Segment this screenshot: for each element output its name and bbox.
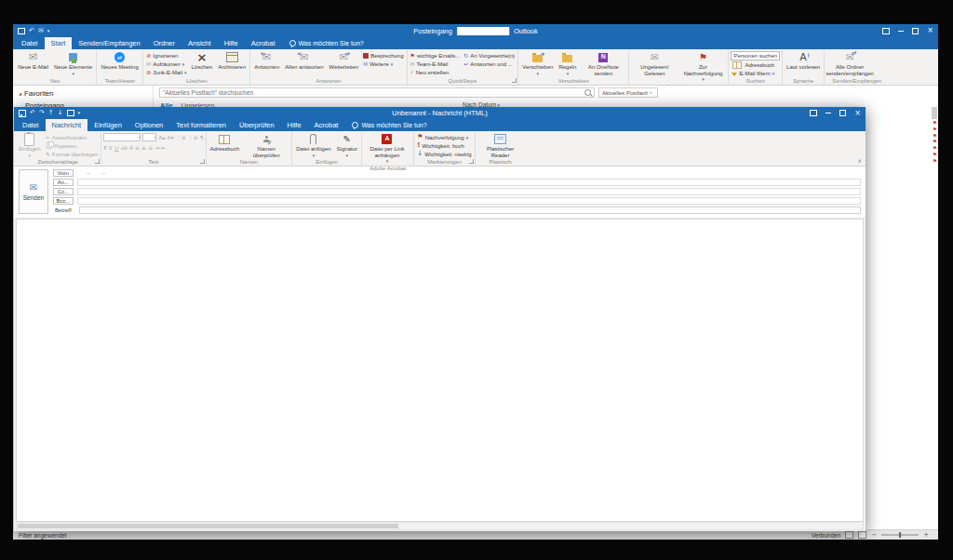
message-body[interactable] (16, 219, 864, 522)
reply-button[interactable]: ← Antworten (252, 50, 281, 77)
minimize-icon[interactable] (825, 113, 831, 113)
tellme-box[interactable]: Was möchten Sie tun? (344, 119, 434, 131)
new-items-button[interactable]: Neue Elemente (52, 50, 94, 77)
delete-button[interactable]: Löschen (190, 50, 215, 77)
tab-datei[interactable]: Datei (15, 37, 45, 49)
undo-icon[interactable] (29, 28, 34, 34)
low-importance-button[interactable]: Wichtigkeit: niedrig (416, 150, 472, 158)
tab-datei[interactable]: Datei (16, 119, 46, 131)
close-icon[interactable]: × (854, 110, 861, 117)
meeting-button[interactable]: Besprechung (362, 51, 404, 60)
reading-view-icon[interactable] (858, 531, 866, 539)
to-input[interactable] (77, 179, 861, 186)
zoom-slider[interactable] (881, 534, 919, 536)
quickstep-item[interactable]: Team-E-Mail (409, 60, 462, 68)
find-people-box[interactable]: Personen suchen (731, 51, 780, 60)
zoom-in-icon[interactable]: + (923, 532, 929, 539)
styles-icon[interactable]: ¶ (200, 134, 204, 141)
tab-hilfe[interactable]: Hilfe (281, 119, 308, 131)
underline-button[interactable]: U (114, 144, 118, 152)
indent-icon[interactable]: ⇥ (154, 144, 159, 152)
subject-input[interactable] (79, 207, 861, 214)
tellme-box[interactable]: Was möchten Sie tun? (282, 37, 371, 49)
move-button[interactable]: ➜ Verschieben (520, 50, 555, 77)
bold-button[interactable]: F (103, 144, 107, 152)
follow-up-button[interactable]: Zur Nachverfolgung (679, 50, 726, 83)
zoom-out-icon[interactable]: − (871, 532, 877, 539)
follow-up-button[interactable]: Nachverfolgung (416, 133, 472, 141)
undo-icon[interactable] (30, 110, 35, 116)
search-scope-dropdown[interactable]: Aktuelles Postfach ▾ (598, 87, 658, 98)
send-receive-all-button[interactable]: ⇄ Alle Ordner senden/empfangen (826, 50, 873, 77)
to-button[interactable]: An... (53, 179, 74, 186)
format-painter-button[interactable]: Format übertragen (45, 150, 100, 158)
number-list-icon[interactable]: ⋮≡ (188, 134, 198, 141)
ribbon-options-icon[interactable] (882, 28, 890, 34)
paste-button[interactable]: Einfügen (17, 132, 43, 158)
onenote-button[interactable]: An OneNote senden (580, 50, 626, 77)
new-email-button[interactable]: ✦ Neue E-Mail (16, 50, 50, 77)
font-color-icon[interactable]: A (129, 144, 133, 152)
junk-button[interactable]: Junk-E-Mail (145, 68, 187, 76)
align-right-icon[interactable]: ≡ (148, 144, 153, 152)
bullet-list-icon[interactable]: ⋮≡ (176, 134, 186, 141)
address-book-button[interactable]: Adressbuch (208, 132, 242, 158)
cleanup-button[interactable]: Aufräumen (145, 60, 187, 68)
rules-button[interactable]: Regeln (557, 50, 578, 77)
redo-icon[interactable] (39, 110, 45, 116)
ignore-button[interactable]: Ignorieren (145, 51, 187, 60)
send-button[interactable]: Senden (19, 169, 48, 214)
favorites-header[interactable]: Favoriten (13, 87, 153, 100)
align-center-icon[interactable]: ≡ (141, 144, 146, 152)
align-left-icon[interactable]: ≡ (135, 144, 140, 152)
reply-all-button[interactable]: « Allen antworten (283, 50, 325, 77)
dialog-launcher-icon[interactable] (95, 159, 100, 164)
flag-icon[interactable] (933, 153, 937, 158)
cc-input[interactable] (77, 188, 861, 195)
archive-button[interactable]: Archivieren (216, 50, 248, 77)
flag-icon[interactable] (933, 159, 937, 165)
zoom-slider-thumb[interactable] (899, 532, 901, 538)
tab-nachricht[interactable]: Nachricht (46, 119, 88, 131)
search-input[interactable] (163, 89, 582, 96)
flag-icon[interactable] (933, 121, 937, 127)
flag-icon[interactable] (933, 127, 937, 133)
attach-file-button[interactable]: Datei anfügen (294, 132, 332, 158)
grow-font-icon[interactable]: A▴ (158, 134, 165, 141)
scrollbar-thumb[interactable] (18, 524, 398, 528)
dialog-launcher-icon[interactable] (200, 159, 205, 164)
immersive-reader-button[interactable]: Plastischer Reader (477, 132, 524, 158)
bcc-button[interactable]: Bcc... (53, 197, 74, 205)
filter-email-button[interactable]: E-Mail filtern (731, 69, 780, 77)
from-button[interactable]: Von (53, 169, 74, 177)
maximize-icon[interactable] (912, 28, 919, 34)
collapse-ribbon-icon[interactable] (858, 158, 862, 164)
attach-via-link-button[interactable]: Datei per Link anhängen (364, 132, 410, 165)
highlight-icon[interactable]: ab (120, 144, 128, 152)
copy-button[interactable]: Kopieren (45, 141, 100, 150)
tab-optionen[interactable]: Optionen (128, 119, 169, 131)
new-meeting-button[interactable]: Neues Meeting (99, 50, 140, 77)
signature-button[interactable]: Signatur (335, 132, 359, 158)
tab-senden-empfangen[interactable]: Senden/Empfangen (72, 37, 146, 49)
cut-button[interactable]: Ausschneiden (45, 133, 100, 141)
save-icon[interactable] (19, 110, 26, 117)
normal-view-icon[interactable] (845, 531, 853, 539)
tab-start[interactable]: Start (45, 37, 73, 49)
previous-item-icon[interactable] (48, 110, 54, 116)
quickstep-item[interactable]: ↻An Vorgesetzte(n) (463, 51, 516, 60)
tab-text-formatieren[interactable]: Text formatieren (169, 119, 233, 131)
check-names-button[interactable]: ✓ Namen überprüfen (243, 132, 289, 158)
outlook-app-icon[interactable] (18, 28, 25, 34)
minimize-icon[interactable] (898, 31, 904, 32)
bcc-input[interactable] (77, 197, 861, 205)
ribbon-options-icon[interactable] (810, 110, 817, 116)
high-importance-button[interactable]: Wichtigkeit: hoch (416, 141, 472, 150)
italic-button[interactable]: K (109, 144, 113, 152)
print-icon[interactable] (67, 110, 74, 116)
quickstep-item[interactable]: ↩Antworten und ... (463, 60, 516, 68)
tab-acrobat[interactable]: Acrobat (245, 37, 282, 49)
unread-read-button[interactable]: Ungelesen/ Gelesen (631, 50, 678, 83)
font-size-combo[interactable] (142, 133, 156, 141)
close-icon[interactable]: × (927, 27, 933, 34)
